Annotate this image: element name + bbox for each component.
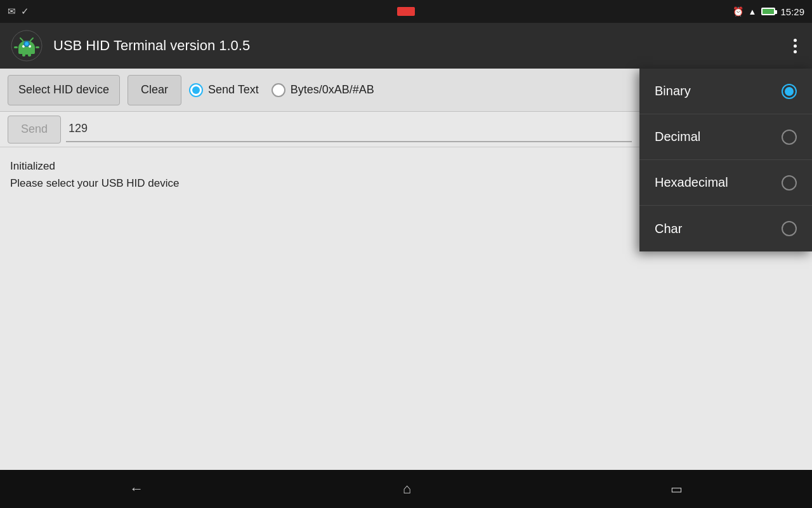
log-line-2: Please select your USB HID device [10,175,629,192]
dropdown-item-decimal[interactable]: Decimal [639,114,812,160]
svg-rect-9 [22,53,25,57]
bytes-radio[interactable]: Bytes/0xAB/#AB [272,83,374,97]
binary-radio[interactable] [782,84,797,99]
alarm-icon: ⏰ [733,6,743,17]
check-circle-icon: ✓ [21,6,29,17]
message-icon: ✉ [8,6,16,17]
home-button[interactable]: ⌂ [403,481,411,497]
status-right: ⏰ ▲ 15:29 [733,6,804,17]
back-button[interactable]: ← [129,481,143,497]
bytes-label: Bytes/0xAB/#AB [291,83,374,97]
dropdown-menu: Binary Decimal Hexadecimal Char [639,69,812,251]
svg-point-12 [25,42,29,46]
bytes-radio-circle[interactable] [272,83,285,97]
app-icon [10,29,43,62]
binary-label: Binary [655,84,691,98]
send-text-radio[interactable]: Send Text [189,83,259,97]
send-text-radio-circle[interactable] [189,83,203,97]
decimal-radio[interactable] [782,130,797,145]
main-content: USB HID Terminal version 1.0.5 Select HI… [0,23,812,224]
app-title: USB HID Terminal version 1.0.5 [53,37,778,54]
app-bar: USB HID Terminal version 1.0.5 [0,23,812,69]
dropdown-item-char[interactable]: Char [639,206,812,251]
decimal-label: Decimal [655,130,700,144]
battery-icon [761,8,775,15]
hexadecimal-radio[interactable] [782,175,797,190]
time-display: 15:29 [780,6,804,17]
log-area: Initialized Please select your USB HID d… [0,147,639,224]
hexadecimal-label: Hexadecimal [655,175,728,190]
recents-button[interactable]: ▭ [671,481,683,497]
wifi-icon: ▲ [749,7,757,17]
notification-icons: ✉ ✓ [8,6,29,17]
dropdown-item-hexadecimal[interactable]: Hexadecimal [639,160,812,206]
more-vertical-icon[interactable] [789,34,802,58]
svg-rect-8 [36,46,39,48]
log-line-1: Initialized [10,157,629,175]
clear-button[interactable]: Clear [128,75,181,105]
dropdown-item-binary[interactable]: Binary [639,69,812,114]
mode-radio-group: Send Text Bytes/0xAB/#AB [189,83,374,97]
svg-rect-10 [28,53,31,57]
nav-bar: ← ⌂ ▭ [0,470,812,508]
svg-rect-2 [18,46,35,54]
select-hid-button[interactable]: Select HID device [8,75,120,105]
input-row: Send [0,112,639,147]
char-label: Char [655,222,682,236]
svg-rect-7 [14,46,18,48]
text-input[interactable] [66,117,632,142]
status-bar: ✉ ✓ ⏰ ▲ 15:29 [0,0,812,23]
toolbar: Select HID device Clear Send Text Bytes/… [0,69,639,112]
send-text-label: Send Text [208,83,259,97]
char-radio[interactable] [782,221,797,236]
send-button[interactable]: Send [8,116,61,144]
